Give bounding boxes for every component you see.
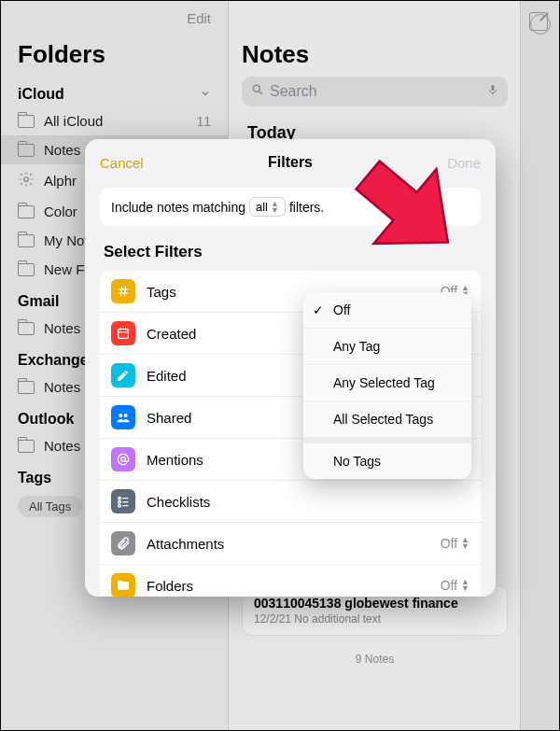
popover-option[interactable]: No Tags: [303, 438, 471, 479]
filter-label: Checklists: [147, 494, 210, 510]
svg-line-8: [124, 287, 125, 297]
hash-icon: [111, 279, 135, 303]
filter-label: Mentions: [147, 452, 203, 468]
svg-line-7: [120, 287, 121, 297]
popover-option-label: Any Selected Tag: [333, 375, 435, 390]
svg-point-14: [124, 414, 128, 417]
cancel-button[interactable]: Cancel: [100, 155, 144, 171]
svg-point-20: [119, 504, 121, 507]
filter-row-folders[interactable]: FoldersOff ▲▼: [100, 565, 481, 597]
filter-label: Folders: [147, 578, 193, 594]
shared-icon: [111, 405, 135, 429]
svg-point-13: [119, 414, 122, 417]
filter-label: Tags: [147, 284, 176, 300]
filter-label: Edited: [147, 368, 187, 384]
popover-option-label: All Selected Tags: [333, 412, 433, 427]
at-icon: [111, 447, 135, 471]
matching-row: Include notes matching all ▲▼ filters.: [100, 188, 481, 226]
popover-option[interactable]: All Selected Tags: [303, 401, 471, 438]
select-filters-heading: Select Filters: [104, 243, 481, 261]
folder-icon: [111, 573, 135, 597]
filter-label: Attachments: [147, 536, 224, 552]
popover-option[interactable]: ✓Off: [303, 292, 471, 329]
filter-row-checklists[interactable]: Checklists: [100, 481, 481, 523]
filter-label: Created: [147, 326, 196, 342]
svg-point-18: [119, 500, 121, 503]
svg-point-15: [121, 457, 126, 462]
matching-mode-picker[interactable]: all ▲▼: [249, 197, 286, 217]
filter-state: Off ▲▼: [441, 578, 469, 593]
matching-suffix: filters.: [289, 200, 324, 215]
svg-point-16: [119, 497, 121, 499]
popover-option-label: Any Tag: [333, 339, 380, 354]
done-button[interactable]: Done: [447, 155, 481, 171]
chevron-updown-icon: ▲▼: [461, 579, 469, 592]
matching-prefix: Include notes matching: [111, 200, 245, 215]
filter-label: Shared: [147, 410, 191, 426]
sheet-title: Filters: [85, 154, 496, 171]
svg-rect-9: [119, 329, 129, 338]
tags-filter-popover: ✓OffAny TagAny Selected TagAll Selected …: [303, 292, 471, 479]
chevron-updown-icon: ▲▼: [271, 201, 279, 214]
popover-option[interactable]: Any Tag: [303, 329, 471, 365]
paperclip-icon: [111, 531, 135, 555]
chevron-updown-icon: ▲▼: [461, 537, 469, 550]
calendar-icon: [111, 321, 135, 345]
checklist-icon: [111, 489, 135, 513]
filters-sheet: Cancel Filters Done Include notes matchi…: [85, 139, 496, 597]
popover-option-label: Off: [333, 302, 350, 317]
popover-option[interactable]: Any Selected Tag: [303, 365, 471, 401]
check-icon: ✓: [313, 302, 324, 317]
filter-state: Off ▲▼: [441, 536, 469, 551]
popover-option-label: No Tags: [333, 454, 381, 469]
filter-row-attachments[interactable]: AttachmentsOff ▲▼: [100, 523, 481, 565]
pencil-icon: [111, 363, 135, 387]
